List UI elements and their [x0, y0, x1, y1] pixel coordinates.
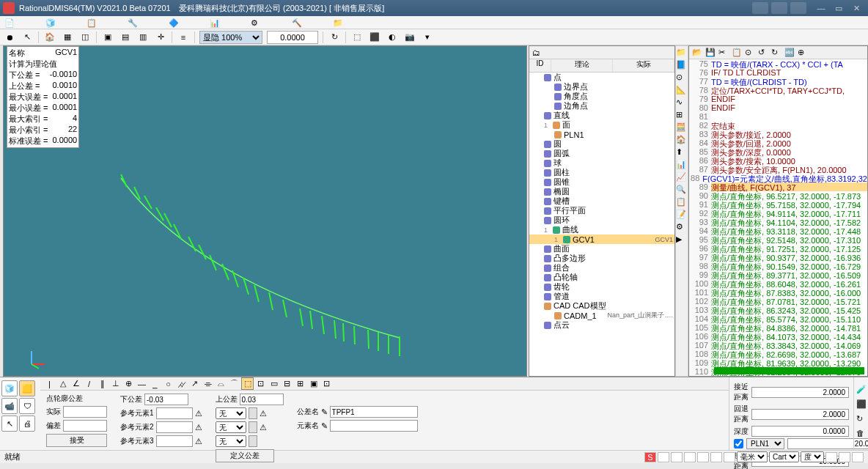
dock-icon-4[interactable]: 🗑	[856, 429, 867, 439]
strip-icon-1[interactable]: 📁	[676, 48, 688, 59]
tool-btn-a[interactable]: ⬚	[350, 31, 364, 44]
geo-prof-icon[interactable]: ⌓	[215, 377, 227, 390]
ref3-spin[interactable]	[249, 435, 257, 447]
tool-btn-e[interactable]: ▾	[421, 31, 434, 44]
tool-btn-grid[interactable]: ▦	[61, 31, 74, 44]
code-tool-c[interactable]: ⊙	[745, 48, 755, 58]
mode-6[interactable]: 🖨	[19, 416, 35, 432]
dock-icon-1[interactable]: 🧪	[856, 385, 867, 395]
geo-round-icon[interactable]: ○	[162, 377, 174, 390]
strip-icon-4[interactable]: 📐	[676, 85, 688, 97]
ref1-spin[interactable]	[249, 407, 257, 419]
tree-tool-icon[interactable]: 🗂	[532, 48, 542, 57]
status-icon-h[interactable]	[825, 452, 837, 462]
offset-input[interactable]	[63, 420, 107, 432]
code-tool-d[interactable]: ↺	[758, 48, 768, 58]
geo-flat-icon[interactable]: —	[136, 377, 148, 390]
geo-straight-icon[interactable]: ⎯	[149, 377, 161, 390]
mode-5[interactable]: ↖	[1, 416, 18, 432]
code-tool-open[interactable]: 📂	[692, 48, 702, 58]
strip-icon-2[interactable]: 📘	[676, 60, 688, 72]
menu-icon-2[interactable]: 🧊	[45, 18, 54, 27]
menu-icon-4[interactable]: 🔧	[128, 18, 136, 27]
strip-icon-13[interactable]: 📋	[676, 197, 688, 209]
geo-lprof-icon[interactable]: ⌒	[228, 377, 240, 390]
depth-input[interactable]	[751, 426, 849, 437]
ref1-select[interactable]: 无	[216, 407, 246, 419]
tool-btn-axes[interactable]: ✛	[154, 31, 167, 44]
status-icon-c[interactable]	[671, 452, 683, 462]
geo-ext3-icon[interactable]: ⊞	[294, 377, 306, 390]
lower-input[interactable]	[144, 394, 188, 405]
retract-input[interactable]	[751, 409, 849, 420]
strip-icon-8[interactable]: 🏠	[676, 135, 688, 147]
tool-btn-b[interactable]: ⬛	[368, 31, 381, 44]
tool-btn-d[interactable]: 📷	[403, 31, 416, 44]
code-tool-b[interactable]: 📋	[732, 48, 742, 58]
accept-button[interactable]: 接受	[46, 434, 107, 447]
status-icon-f[interactable]	[710, 452, 722, 462]
strip-icon-7[interactable]: 🧮	[676, 122, 688, 134]
offset-input[interactable]	[267, 31, 318, 44]
strip-icon-5[interactable]: ∿	[676, 97, 688, 109]
upper-input[interactable]	[240, 394, 284, 405]
strip-icon-11[interactable]: 📈	[676, 172, 688, 184]
code-tool-f[interactable]: 🔤	[784, 48, 795, 58]
close-button[interactable]: ✕	[847, 2, 865, 14]
status-icon-j[interactable]	[852, 452, 864, 462]
code-tool-e[interactable]: ↻	[771, 48, 781, 58]
tolname-input[interactable]	[330, 406, 418, 418]
feature-tree[interactable]: 点边界点角度点边角点直线1面PLN1圆圆弧球圆柱圆锥椭圆键槽平行平面圆环1曲线1…	[529, 73, 674, 376]
code-editor[interactable]: 75 TD = 映值/(TARX - CCX) * CCI + (TA76 IF…	[689, 59, 867, 376]
geo-tri-icon[interactable]: △	[56, 377, 69, 390]
unit-select[interactable]: 毫米	[737, 451, 768, 462]
minimize-button[interactable]: —	[812, 2, 830, 14]
status-icon-g[interactable]	[724, 452, 735, 462]
tool-btn-view1[interactable]: ▣	[101, 31, 114, 44]
tree-node[interactable]: 1面	[529, 120, 674, 130]
coord-select[interactable]: Cart	[769, 451, 799, 462]
zoom-select[interactable]: 显隐 100%	[199, 31, 262, 44]
menu-icon-6[interactable]: 📊	[210, 18, 218, 27]
mode-4[interactable]: 🛡	[19, 398, 35, 414]
safe-select[interactable]: PLN1	[746, 438, 784, 449]
viewport-3d[interactable]: 名称GCV1 计算为理论值 下公差 =-0.0010 上公差 =0.0010 最…	[3, 45, 527, 377]
menu-icon-5[interactable]: 🔷	[169, 18, 177, 27]
strip-icon-16[interactable]: ▶	[676, 234, 688, 246]
status-icon-d[interactable]	[684, 452, 696, 462]
geo-angle-icon[interactable]: ∠	[70, 377, 82, 390]
menu-icon-3[interactable]: 📋	[87, 18, 95, 27]
tree-node[interactable]: CAD CAD模型	[529, 301, 674, 311]
ref1-input[interactable]	[156, 407, 193, 419]
status-icon-b[interactable]	[658, 452, 669, 462]
tool-btn-refresh[interactable]: ↻	[328, 31, 341, 44]
dock-icon-3[interactable]: ↻	[856, 414, 867, 424]
menu-icon-7[interactable]: ⚙	[251, 18, 260, 27]
strip-icon-15[interactable]: ⚙	[676, 222, 688, 234]
strip-icon-3[interactable]: ⊙	[676, 73, 688, 84]
strip-icon-12[interactable]: 🔍	[676, 185, 688, 196]
maximize-button[interactable]: ▭	[830, 2, 847, 14]
code-tool-a[interactable]: ✂	[718, 48, 729, 58]
strip-icon-14[interactable]: 📝	[676, 210, 688, 221]
tool-btn-view2[interactable]: ▤	[119, 31, 132, 44]
mode-1[interactable]: 🧊	[1, 380, 18, 396]
geo-line-icon[interactable]: |	[43, 377, 56, 390]
dock-icon-2[interactable]: ⬛	[856, 399, 867, 410]
geo-perp-icon[interactable]: ⊥	[109, 377, 122, 390]
strip-icon-9[interactable]: ⬆	[676, 147, 688, 159]
geo-ext4-icon[interactable]: ▣	[307, 377, 320, 390]
ref2-input[interactable]	[156, 421, 193, 433]
mode-3[interactable]: 📹	[1, 398, 18, 414]
geo-ext5-icon[interactable]: ⊡	[320, 377, 333, 390]
tool-btn-cube[interactable]: ◫	[78, 31, 92, 44]
titlebar-btn-3[interactable]	[790, 2, 806, 14]
geo-slash-icon[interactable]: /	[83, 377, 95, 390]
geo-runout-icon[interactable]: ↗	[188, 377, 201, 390]
ref3-select[interactable]: 无	[216, 435, 246, 447]
geo-conc-icon[interactable]: ⊕	[122, 377, 135, 390]
deg-select[interactable]: 度	[801, 451, 824, 462]
mode-2[interactable]: 🟨	[19, 380, 35, 396]
tool-btn-list[interactable]: ≡	[177, 31, 190, 44]
actual-input[interactable]	[63, 406, 107, 418]
